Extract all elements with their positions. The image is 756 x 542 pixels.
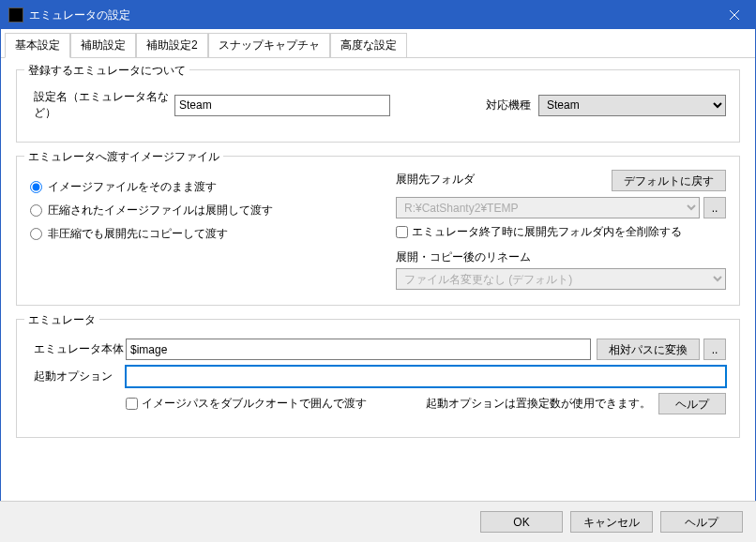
label-launch-option: 起動オプション [34,369,126,384]
content-area: 登録するエミュレータについて 設定名（エミュレータ名など） 対応機種 Steam… [1,58,755,462]
label-hint: 起動オプションは置換定数が使用できます。 [426,396,651,412]
tab-snap[interactable]: スナップキャプチャ [208,33,330,57]
titlebar: エミュレータの設定 [1,1,755,29]
radio-copy-input[interactable] [30,228,42,240]
button-help[interactable]: ヘルプ [660,511,743,533]
label-machine: 対応機種 [486,98,531,113]
button-ok[interactable]: OK [480,511,563,533]
dialog-footer: OK キャンセル ヘルプ [0,501,756,542]
close-button[interactable] [713,1,755,29]
radio-extract-label: 圧縮されたイメージファイルは展開して渡す [48,203,273,218]
fieldset-register: 登録するエミュレータについて 設定名（エミュレータ名など） 対応機種 Steam [16,69,740,143]
check-delete-after-label: エミュレータ終了時に展開先フォルダ内を全削除する [412,224,682,240]
input-launch-option[interactable] [126,366,726,387]
tab-aux1[interactable]: 補助設定 [70,33,136,57]
input-emu-body[interactable] [126,339,591,360]
check-delete-after-input[interactable] [396,226,408,238]
select-rename: ファイル名変更なし (デフォルト) [396,268,726,290]
legend-register: 登録するエミュレータについて [24,63,189,79]
button-relpath[interactable]: 相対パスに変換 [597,339,700,360]
radio-extract[interactable]: 圧縮されたイメージファイルは展開して渡す [30,203,377,218]
check-double-quote-label: イメージパスをダブルクオートで囲んで渡す [142,396,367,412]
check-double-quote-input[interactable] [126,398,138,410]
tab-basic[interactable]: 基本設定 [5,33,70,58]
label-rename: 展開・コピー後のリネーム [396,249,726,265]
fieldset-imagefile: エミュレータへ渡すイメージファイル イメージファイルをそのまま渡す 圧縮されたイ… [16,156,740,306]
button-browse-dest[interactable]: .. [703,197,726,218]
legend-emulator: エミュレータ [24,312,99,328]
label-dest-folder: 展開先フォルダ [396,172,475,188]
tab-bar: 基本設定 補助設定 補助設定2 スナップキャプチャ 高度な設定 [1,31,755,58]
check-delete-after[interactable]: エミュレータ終了時に展開先フォルダ内を全削除する [396,224,726,240]
check-double-quote[interactable]: イメージパスをダブルクオートで囲んで渡す [126,396,367,412]
app-icon [8,8,23,23]
radio-pass-asis[interactable]: イメージファイルをそのまま渡す [30,179,377,195]
button-browse-emu[interactable]: .. [703,339,726,360]
button-cancel[interactable]: キャンセル [570,511,653,533]
close-icon [730,10,739,20]
select-dest-folder[interactable]: R:¥CatShanty2¥TEMP [396,197,700,218]
radio-copy[interactable]: 非圧縮でも展開先にコピーして渡す [30,226,377,242]
radio-extract-input[interactable] [30,204,42,217]
fieldset-emulator: エミュレータ エミュレータ本体 相対パスに変換 .. 起動オプション イメージパ… [16,319,740,438]
radio-pass-asis-input[interactable] [30,181,42,193]
radio-copy-label: 非圧縮でも展開先にコピーして渡す [48,226,228,242]
legend-imagefile: エミュレータへ渡すイメージファイル [24,149,223,165]
label-setting-name: 設定名（エミュレータ名など） [34,89,174,121]
radio-pass-asis-label: イメージファイルをそのまま渡す [48,179,217,195]
button-help-inline[interactable]: ヘルプ [658,393,726,414]
button-default[interactable]: デフォルトに戻す [612,170,726,191]
tab-aux2[interactable]: 補助設定2 [136,33,208,57]
tab-advanced[interactable]: 高度な設定 [330,33,407,57]
input-setting-name[interactable] [174,95,390,116]
label-emu-body: エミュレータ本体 [34,341,126,357]
select-machine[interactable]: Steam [538,95,726,116]
window-title: エミュレータの設定 [29,8,713,23]
